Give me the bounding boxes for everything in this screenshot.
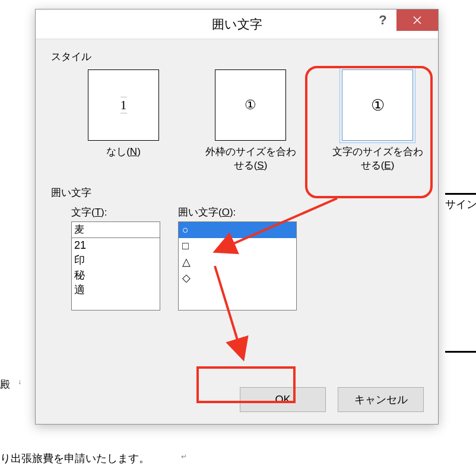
ok-button[interactable]: OK (240, 387, 326, 412)
style-shrink-thumb: ① (215, 69, 286, 141)
style-shrink[interactable]: ① 外枠のサイズを合わせる(S) (204, 69, 297, 173)
char-list-item[interactable]: 21 (72, 238, 160, 253)
style-enlarge-thumb: ① (342, 69, 413, 141)
char-list-item[interactable]: 秘 (72, 268, 160, 283)
enclose-list-item[interactable]: ◇ (179, 270, 296, 286)
style-none-label: なし(N) (106, 145, 141, 159)
style-none[interactable]: 1 なし(N) (77, 69, 170, 173)
style-shrink-label: 外枠のサイズを合わせる(S) (204, 145, 297, 173)
style-options: 1 なし(N) ① 外枠のサイズを合わせる(S) ① 文字のサイズを合わせる(E… (77, 69, 424, 173)
style-section-label: スタイル (51, 50, 424, 64)
close-button[interactable] (396, 10, 438, 31)
enclose-column: 囲い文字(O): ○ □ △ ◇ (178, 205, 297, 311)
cancel-button[interactable]: キャンセル (338, 387, 424, 412)
doc-salutation: 殿 (0, 378, 10, 391)
input-columns: 文字(T): 21 印 秘 適 囲い文字(O): ○ □ △ ◇ (71, 205, 424, 311)
enclose-list-item[interactable]: □ (179, 238, 296, 254)
style-enlarge-label: 文字のサイズを合わせる(E) (331, 145, 424, 173)
enclose-list-item[interactable]: ○ (179, 222, 296, 238)
dialog-title: 囲い文字 (212, 16, 262, 33)
style-enlarge[interactable]: ① 文字のサイズを合わせる(E) (331, 69, 424, 173)
titlebar: 囲い文字 ? (36, 10, 438, 39)
doc-sentence: り出張旅費を申請いたします。 (0, 451, 150, 466)
enclose-section-label: 囲い文字 (51, 186, 424, 200)
help-button[interactable]: ? (369, 10, 396, 31)
dialog-body: スタイル 1 なし(N) ① 外枠のサイズを合わせる(S) ① 文字のサイズを合… (36, 39, 438, 321)
doc-sign-cell: サイン (445, 193, 476, 353)
char-input[interactable] (71, 221, 160, 238)
return-mark: ↵ (181, 452, 187, 461)
enclose-list-item[interactable]: △ (179, 254, 296, 270)
char-label: 文字(T): (71, 205, 160, 219)
char-list-item[interactable]: 適 (72, 283, 160, 297)
enclose-label: 囲い文字(O): (178, 205, 297, 219)
style-none-thumb: 1 (88, 69, 159, 141)
close-icon (413, 16, 421, 24)
linebreak-mark: ↓ (18, 378, 21, 386)
char-list-item[interactable]: 印 (72, 253, 160, 268)
dialog-buttons: OK キャンセル (240, 387, 424, 412)
char-list[interactable]: 21 印 秘 適 (71, 238, 160, 311)
enclose-dialog: 囲い文字 ? スタイル 1 なし(N) ① 外枠のサイズを合わせる(S) ① 文… (35, 9, 439, 425)
char-column: 文字(T): 21 印 秘 適 (71, 205, 160, 311)
enclose-list[interactable]: ○ □ △ ◇ (178, 221, 297, 311)
